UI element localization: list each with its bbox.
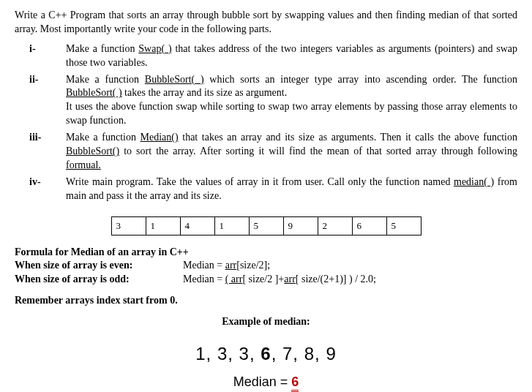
- text: ( arr: [225, 274, 243, 284]
- parts-list: i- Make a function Swap( ) that takes ad…: [29, 42, 517, 206]
- formula-even-label: When size of array is even:: [15, 259, 183, 273]
- part-body: Write main program. Take the values of a…: [66, 176, 517, 206]
- text: [size/2];: [236, 260, 270, 271]
- part-body: Make a function Swap( ) that takes addre…: [66, 42, 517, 73]
- formula-title: Formula for Median of an array in C++: [15, 246, 517, 260]
- array-cell: 9: [283, 216, 318, 235]
- part-number: iii-: [29, 131, 66, 176]
- part-iii: iii- Make a function Median() that takes…: [29, 131, 517, 176]
- array-cell: 3: [111, 216, 146, 235]
- text: , 7, 8, 9: [271, 344, 337, 363]
- part-body: Make a function Median() that takes an a…: [66, 131, 517, 176]
- formula-even-value: Median = arr[size/2];: [183, 259, 270, 273]
- array-cell: 5: [386, 216, 421, 235]
- function-name: BubbleSort( ): [66, 87, 122, 98]
- array-cell: 1: [146, 216, 180, 235]
- text: Make a function: [66, 132, 141, 143]
- text: arr: [225, 260, 237, 271]
- text: which sorts an integer type array into a…: [204, 74, 517, 85]
- part-body: Make a function BubbleSort( ) which sort…: [66, 73, 517, 132]
- array-cell: 1: [214, 216, 249, 235]
- text: Write main program. Take the values of a…: [66, 176, 454, 187]
- part-number: iv-: [29, 176, 66, 206]
- intro-text: Write a C++ Program that sorts an array …: [15, 9, 517, 37]
- text: to sort the array. After sorting it will…: [119, 146, 517, 157]
- text: [ size/(2+1)] ) / 2.0;: [296, 274, 376, 284]
- text: Make a function: [66, 43, 138, 54]
- formula-block: Formula for Median of an array in C++ Wh…: [15, 246, 517, 287]
- part-number: ii-: [29, 73, 66, 132]
- text: [ size/2 ]+: [242, 274, 284, 284]
- text: that takes an array and its size as argu…: [179, 132, 517, 143]
- formula-odd-value: Median = ( arr[ size/2 ]+arr[ size/(2+1)…: [183, 273, 376, 287]
- text: Make a function: [66, 74, 145, 85]
- function-name: Median(): [141, 132, 179, 143]
- sequence: 1, 3, 3, 6, 7, 8, 9: [15, 342, 517, 366]
- median-example-odd: 1, 3, 3, 6, 7, 8, 9 Median = 6: [15, 342, 517, 391]
- formula-odd-label: When size of array is odd:: [15, 273, 183, 287]
- text: It uses the above function swap while so…: [66, 100, 517, 128]
- text: Median =: [183, 274, 225, 284]
- function-name: BubbleSort(): [66, 146, 119, 157]
- part-i: i- Make a function Swap( ) that takes ad…: [29, 42, 517, 73]
- index-reminder: Remember arrays index start from 0.: [15, 294, 517, 308]
- example-title: Example of median:: [15, 315, 517, 329]
- array-cell: 2: [318, 216, 352, 235]
- median-line: Median = 6: [15, 373, 517, 391]
- function-name: Swap( ): [138, 43, 171, 54]
- array-cell: 5: [249, 216, 283, 235]
- text: takes the array and its size as argument…: [122, 87, 288, 98]
- array-cell: 6: [352, 216, 386, 235]
- text: arr: [284, 274, 296, 284]
- part-iv: iv- Write main program. Take the values …: [29, 176, 517, 206]
- example-array-table: 3 1 4 1 5 9 2 6 5: [111, 216, 422, 235]
- text: 1, 3, 3,: [195, 344, 261, 363]
- function-name: BubbleSort( ): [145, 74, 204, 85]
- median-value: 6: [291, 374, 299, 392]
- table-row: 3 1 4 1 5 9 2 6 5: [111, 216, 421, 235]
- highlight: 6: [261, 344, 271, 363]
- word-formula: formual.: [66, 159, 101, 170]
- part-ii: ii- Make a function BubbleSort( ) which …: [29, 73, 517, 132]
- part-number: i-: [29, 42, 66, 73]
- function-name: median( ): [454, 176, 494, 187]
- text: Median =: [233, 374, 292, 389]
- array-cell: 4: [180, 216, 214, 235]
- text: Median =: [183, 260, 225, 271]
